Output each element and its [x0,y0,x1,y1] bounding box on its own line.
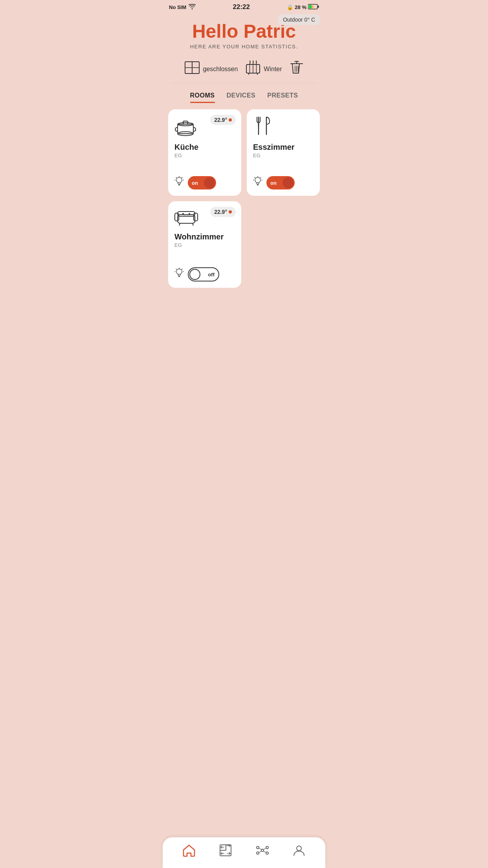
heater-stat[interactable]: Winter [246,61,282,77]
svg-line-27 [182,177,183,178]
svg-line-26 [176,177,177,178]
room-card-kueche[interactable]: Küche EG 22.9° [168,109,241,196]
temp-dot-wohnzimmer [229,210,232,213]
status-left: No SIM [169,4,196,11]
toggle-knob-on-esszimmer [283,177,294,188]
svg-line-41 [261,177,261,178]
light-bulb-icon-esszimmer [253,176,262,189]
trash-stat[interactable] [290,61,303,77]
kueche-temp-badge: 22.9° [210,115,236,125]
wohnzimmer-temp-badge: 22.9° [210,207,236,217]
svg-line-56 [176,269,177,270]
room-grid: Küche EG 22.9° [163,103,325,294]
window-status: geschlossen [203,66,238,73]
tab-rooms[interactable]: ROOMS [190,92,215,103]
kueche-light-row: on [174,176,235,189]
svg-line-57 [182,269,183,270]
kueche-name: Küche [174,143,235,152]
svg-rect-1 [318,6,319,8]
kueche-floor: EG [174,153,235,158]
esszimmer-light-toggle[interactable]: on [266,176,295,189]
svg-line-40 [255,177,255,178]
svg-line-48 [179,223,180,226]
status-bar: No SIM 22:22 🔒 28 % [163,0,325,13]
time-display: 22:22 [233,3,250,11]
window-icon [185,61,200,77]
battery-icon [308,4,319,11]
toggle-knob-on [204,177,215,188]
section-divider [171,83,317,83]
svg-point-36 [255,177,261,183]
wohnzimmer-floor: EG [174,242,235,248]
quick-stats-row: geschlossen Winter [163,53,325,83]
svg-point-52 [176,269,182,274]
esszimmer-light-row: on [253,176,314,189]
esszimmer-icon [253,116,314,140]
subtitle-text: HERE ARE YOUR HOME STATISTICS. [171,44,317,50]
esszimmer-floor: EG [253,153,314,158]
lock-icon: 🔒 [287,4,293,10]
wohnzimmer-light-row: off [174,267,235,281]
heater-icon [246,61,261,77]
window-stat[interactable]: geschlossen [185,61,238,77]
heater-status: Winter [264,66,282,73]
trash-icon [290,61,303,77]
battery-text: 28 % [295,4,306,10]
svg-rect-45 [178,211,195,216]
tab-presets[interactable]: PRESETS [267,92,298,103]
svg-rect-2 [309,5,312,8]
toggle-on-label: on [192,180,198,186]
carrier-text: No SIM [169,4,186,10]
wifi-icon [189,4,196,11]
room-card-wohnzimmer[interactable]: Wohnzimmer EG 22.9° [168,201,241,288]
svg-point-22 [176,177,182,183]
toggle-on-label-esszimmer: on [270,180,277,186]
svg-rect-46 [175,213,179,221]
svg-line-49 [193,223,193,226]
kueche-light-toggle[interactable]: on [188,176,216,189]
toggle-knob-off-wohnzimmer [189,269,200,280]
svg-point-51 [189,213,190,215]
room-card-esszimmer[interactable]: Esszimmer EG on [247,109,320,196]
toggle-off-label-wohnzimmer: off [208,272,215,278]
svg-rect-47 [194,213,198,221]
tab-devices[interactable]: DEVICES [227,92,256,103]
outdoor-badge: Outdoor 0° C [277,14,321,25]
wohnzimmer-name: Wohnzimmer [174,232,235,241]
main-tabs: ROOMS DEVICES PRESETS [163,83,325,103]
status-right: 🔒 28 % [287,4,319,11]
svg-point-50 [182,213,184,215]
light-bulb-icon-kueche [174,176,184,189]
temp-dot [229,118,232,121]
wohnzimmer-light-toggle[interactable]: off [188,267,219,281]
light-bulb-icon-wohnzimmer [174,268,184,281]
esszimmer-name: Esszimmer [253,143,314,152]
